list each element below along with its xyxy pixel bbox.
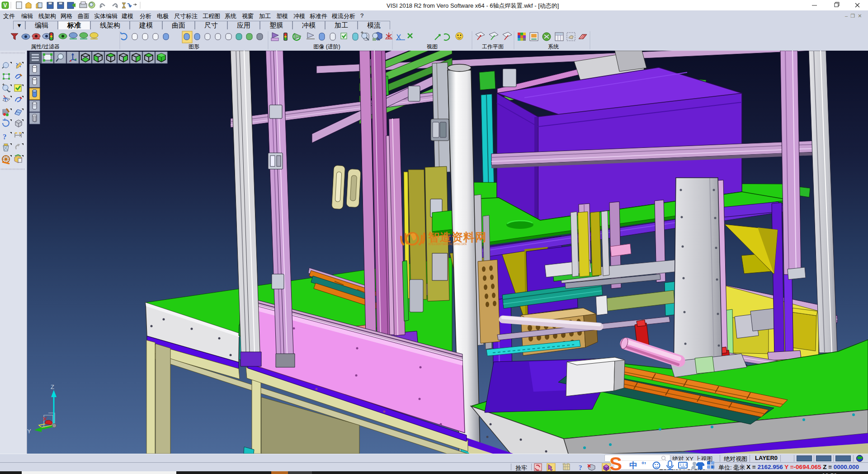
svg-text:属性/过滤器: 属性/过滤器 <box>31 43 59 50</box>
svg-text:?: ? <box>3 133 7 141</box>
svg-text:视图: 视图 <box>426 43 438 50</box>
svg-text:智造资料网: 智造资料网 <box>428 231 487 243</box>
svg-text:图像 (进阶): 图像 (进阶) <box>313 43 340 50</box>
svg-text:INTELLIGENT MANUFACTURING DATA: INTELLIGENT MANUFACTURING DATA <box>429 242 467 246</box>
svg-text:系统: 系统 <box>548 43 559 50</box>
svg-text:工作平面: 工作平面 <box>482 43 504 50</box>
svg-text:中: 中 <box>629 461 637 470</box>
svg-text:?: ? <box>579 464 582 471</box>
svg-text:V: V <box>3 2 7 9</box>
svg-text:图形: 图形 <box>189 43 199 50</box>
svg-text:Y: Y <box>27 428 31 435</box>
svg-text:°’: °’ <box>642 460 646 468</box>
svg-text:S: S <box>609 455 622 472</box>
svg-text:Z: Z <box>51 384 54 390</box>
